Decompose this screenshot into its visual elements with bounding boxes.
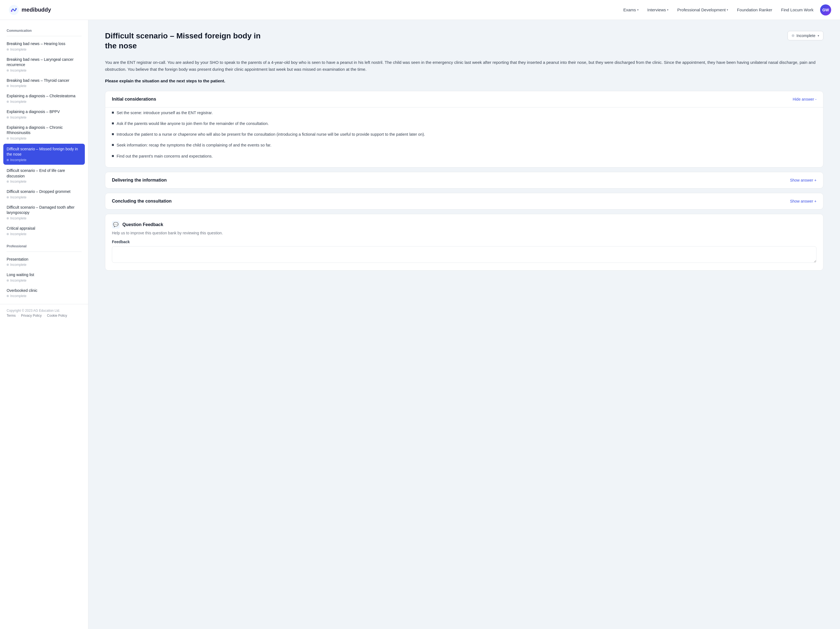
main-content: Difficult scenario – Missed foreign body…: [88, 20, 840, 629]
nav-foundation-ranker[interactable]: Foundation Ranker: [737, 8, 772, 12]
initial-bullets: Set the scene: introduce yourself as the…: [112, 107, 816, 162]
status-dot: [6, 137, 9, 139]
list-item: Ask if the parents would like anyone to …: [112, 118, 816, 129]
exams-arrow: ▾: [637, 8, 639, 11]
status-dot: [6, 233, 9, 235]
section-label-communication: Communication: [0, 25, 88, 35]
list-item: Set the scene: introduce yourself as the…: [112, 107, 816, 118]
sidebar-item-damaged-tooth[interactable]: Difficult scenario – Damaged tooth after…: [0, 202, 88, 223]
status-dot: [6, 116, 9, 119]
status-label: Incomplete: [797, 33, 815, 38]
accordion-initial-considerations: Initial considerations Hide answer - Set…: [105, 91, 823, 168]
bullet-icon: [112, 112, 114, 114]
page-title: Difficult scenario – Missed foreign body…: [105, 31, 271, 51]
sidebar-item-dropped-grommet[interactable]: Difficult scenario – Dropped grommet Inc…: [0, 186, 88, 202]
accordion-delivering-information: Delivering the information Show answer +: [105, 172, 823, 188]
feedback-header: 💬 Question Feedback: [112, 221, 816, 229]
status-dot: [6, 196, 9, 198]
nav-find-locum-work[interactable]: Find Locum Work: [781, 8, 813, 12]
sidebar-item-cholesteatoma[interactable]: Explaining a diagnosis – Cholesteatoma I…: [0, 91, 88, 106]
nav-professional-development[interactable]: Professional Development ▾: [677, 8, 728, 12]
status-dot-active: [6, 159, 9, 161]
accordion-header-concluding[interactable]: Concluding the consultation Show answer …: [105, 193, 823, 209]
status-dot: [6, 101, 9, 103]
sidebar-item-presentation[interactable]: Presentation Incomplete: [0, 254, 88, 270]
feedback-card: 💬 Question Feedback Help us to improve t…: [105, 214, 823, 270]
accordion-body-initial: Set the scene: introduce yourself as the…: [105, 107, 823, 167]
status-dot: [6, 85, 9, 87]
footer-copyright: Copyright © 2023 AG Education Ltd.: [6, 309, 82, 313]
feedback-label: Feedback: [112, 240, 816, 244]
feedback-input[interactable]: [112, 246, 816, 263]
sidebar-item-critical-appraisal[interactable]: Critical appraisal Incomplete: [0, 223, 88, 239]
sidebar-item-thyroid[interactable]: Breaking bad news – Thyroid cancer Incom…: [0, 75, 88, 91]
footer-link-privacy[interactable]: Privacy Policy: [21, 314, 42, 318]
page-layout: Communication Breaking bad news – Hearin…: [0, 20, 840, 629]
sidebar-item-laryngeal[interactable]: Breaking bad news – Laryngeal cancer rec…: [0, 54, 88, 75]
section-divider-professional: [6, 251, 82, 252]
logo-text: medibuddy: [22, 6, 51, 13]
logo-icon: [9, 5, 19, 15]
section-label-professional: Professional: [0, 241, 88, 250]
interviews-arrow: ▾: [667, 8, 668, 11]
list-item: Introduce the patient to a nurse or chap…: [112, 129, 816, 140]
dropdown-arrow-icon: ▾: [818, 34, 819, 38]
status-dot: [6, 280, 9, 281]
professional-development-arrow: ▾: [727, 8, 728, 11]
list-item: Seek information: recap the symptoms the…: [112, 140, 816, 151]
accordion-action-delivering[interactable]: Show answer +: [790, 178, 816, 182]
bullet-icon: [112, 155, 114, 157]
scenario-description: You are the ENT registrar on-call. You a…: [105, 59, 823, 73]
footer-link-cookie[interactable]: Cookie Policy: [47, 314, 67, 318]
bullet-icon: [112, 133, 114, 135]
feedback-description: Help us to improve this question bank by…: [112, 231, 816, 235]
svg-point-2: [16, 8, 17, 9]
sidebar-section-communication: Communication Breaking bad news – Hearin…: [0, 25, 88, 239]
sidebar-item-rhinosinusitis[interactable]: Explaining a diagnosis – Chronic Rhinosi…: [0, 122, 88, 143]
sidebar-item-hearing-loss[interactable]: Breaking bad news – Hearing loss Incompl…: [0, 38, 88, 54]
accordion-title-concluding: Concluding the consultation: [112, 199, 172, 204]
status-dot: [6, 48, 9, 51]
status-dot: [6, 217, 9, 220]
accordion-header-delivering[interactable]: Delivering the information Show answer +: [105, 172, 823, 188]
footer-links: Terms · Privacy Policy · Cookie Policy: [6, 314, 82, 318]
footer-link-terms[interactable]: Terms: [6, 314, 16, 318]
svg-point-1: [11, 10, 13, 12]
nav-interviews[interactable]: Interviews ▾: [647, 8, 669, 12]
status-dot-dropdown: [792, 34, 794, 37]
accordion-title-initial: Initial considerations: [112, 97, 156, 102]
bullet-icon: [112, 122, 114, 124]
sidebar: Communication Breaking bad news – Hearin…: [0, 20, 88, 629]
status-dot: [6, 295, 9, 297]
accordion-header-initial[interactable]: Initial considerations Hide answer -: [105, 91, 823, 107]
sidebar-section-professional: Professional Presentation Incomplete Lon…: [0, 241, 88, 301]
header: medibuddy Exams ▾ Interviews ▾ Professio…: [0, 0, 840, 20]
sidebar-item-long-waiting[interactable]: Long waiting list Incomplete: [0, 269, 88, 285]
accordion-concluding-consultation: Concluding the consultation Show answer …: [105, 193, 823, 210]
accordion-action-initial[interactable]: Hide answer -: [793, 97, 816, 101]
status-dot: [6, 180, 9, 183]
sidebar-item-overbooked-clinic[interactable]: Overbooked clinic Incomplete: [0, 285, 88, 301]
sidebar-item-bppv[interactable]: Explaining a diagnosis – BPPV Incomplete: [0, 106, 88, 122]
accordion-title-delivering: Delivering the information: [112, 178, 167, 183]
feedback-title: Question Feedback: [122, 222, 163, 227]
accordion-action-concluding[interactable]: Show answer +: [790, 199, 816, 204]
status-dot: [6, 264, 9, 266]
feedback-chat-icon: 💬: [112, 221, 120, 229]
bullet-icon: [112, 144, 114, 146]
sidebar-item-end-of-life[interactable]: Difficult scenario – End of life care di…: [0, 165, 88, 186]
content-header: Difficult scenario – Missed foreign body…: [105, 31, 823, 51]
status-dropdown[interactable]: Incomplete ▾: [788, 31, 823, 40]
logo-area: medibuddy: [9, 5, 51, 15]
status-dot: [6, 70, 9, 71]
sidebar-item-missed-foreign-body[interactable]: Difficult scenario – Missed foreign body…: [3, 144, 85, 165]
scenario-instruction: Please explain the situation and the nex…: [105, 79, 823, 83]
user-avatar[interactable]: GW: [820, 5, 831, 16]
nav-exams[interactable]: Exams ▾: [624, 8, 639, 12]
sidebar-footer: Copyright © 2023 AG Education Ltd. Terms…: [0, 304, 88, 322]
list-item: Find out the parent's main concerns and …: [112, 151, 816, 162]
main-nav: Exams ▾ Interviews ▾ Professional Develo…: [624, 8, 813, 12]
